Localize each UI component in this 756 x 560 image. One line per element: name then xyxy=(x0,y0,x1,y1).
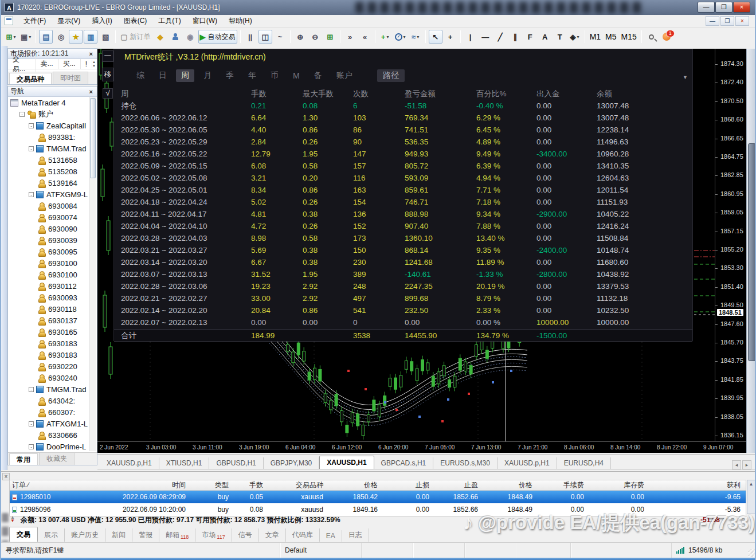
terminal-tab-账户历史[interactable]: 账户历史 xyxy=(65,528,105,542)
menu-item-4[interactable]: 工具(T) xyxy=(152,14,186,28)
community-button[interactable] xyxy=(169,30,182,44)
expander-icon[interactable]: - xyxy=(29,421,34,426)
stats-row-8[interactable]: 2022.04.18 ~ 2022.04.245.020.26154746.71… xyxy=(114,196,692,208)
notifications-button[interactable]: 1 xyxy=(660,30,673,44)
market-watch-column-2[interactable]: 买... xyxy=(58,59,81,69)
crosshair-button[interactable]: + xyxy=(444,30,457,44)
zoom-in-button[interactable]: ⊕ xyxy=(293,30,307,44)
line-chart-button[interactable]: ~ xyxy=(273,30,287,44)
chart-tab-XAUUSD.p,H1[interactable]: XAUUSD.p,H1 xyxy=(498,457,557,469)
stats-path-button[interactable]: 路径 xyxy=(377,69,405,82)
menu-item-6[interactable]: 帮助(H) xyxy=(223,14,258,28)
terminal-tab-警报[interactable]: 警报 xyxy=(132,528,159,542)
orders-header-0[interactable]: 订单 ∕ xyxy=(10,480,76,490)
terminal-toggle[interactable]: ▥ xyxy=(84,30,97,44)
tab-scroll-right-icon[interactable]: ▸ xyxy=(742,460,751,469)
stats-row-16[interactable]: 2022.02.21 ~ 2022.02.2733.002.92497899.6… xyxy=(114,292,692,304)
stats-tab-综[interactable]: 综 xyxy=(131,69,150,82)
tree-item-6930100[interactable]: 6930100 xyxy=(8,257,89,269)
tile-windows-button[interactable]: ⊞ xyxy=(323,30,337,44)
stats-minimize-button[interactable]: 一 xyxy=(102,50,113,62)
stats-row-5[interactable]: 2022.05.09 ~ 2022.05.156.080.58157805.72… xyxy=(114,160,692,172)
tree-item-6930093[interactable]: 6930093 xyxy=(8,292,89,303)
chart-tab-GBPUSD,H1[interactable]: GBPUSD,H1 xyxy=(209,457,263,469)
stats-move-button[interactable]: 移 xyxy=(102,68,113,81)
autotrading-button[interactable]: ▶自动交易 xyxy=(198,30,237,44)
orders-header-9[interactable]: 手续费 xyxy=(537,480,589,490)
sidebar-splitter[interactable] xyxy=(1,46,7,470)
expander-icon[interactable]: - xyxy=(19,112,25,117)
navigator-toggle[interactable]: ★ xyxy=(69,30,83,44)
indicators-button[interactable]: +▾ xyxy=(378,30,392,44)
new-order-button[interactable]: ▢新订单 xyxy=(119,30,152,44)
status-profile[interactable]: Default xyxy=(280,543,362,558)
chart-tab-GBPCAD.s,H1[interactable]: GBPCAD.s,H1 xyxy=(374,457,434,469)
orders-scrollbar[interactable]: ▲ xyxy=(747,480,755,514)
market-watch-spinner[interactable]: ▲▼ xyxy=(92,60,97,68)
tree-item-6930165[interactable]: 6930165 xyxy=(8,326,89,338)
mdi-close-button[interactable]: × xyxy=(735,16,749,26)
stats-row-2[interactable]: 2022.05.30 ~ 2022.06.054.400.8686741.516… xyxy=(114,124,692,136)
stats-row-17[interactable]: 2022.02.14 ~ 2022.02.2020.840.86541232.5… xyxy=(114,304,692,316)
orders-header-3[interactable]: 手数 xyxy=(233,480,268,490)
terminal-tab-交易[interactable]: 交易 xyxy=(9,527,38,542)
stats-tab-月[interactable]: 月 xyxy=(198,69,217,82)
menu-item-1[interactable]: 显示(V) xyxy=(52,14,86,28)
stats-row-9[interactable]: 2022.04.11 ~ 2022.04.174.810.38136888.98… xyxy=(114,208,692,220)
terminal-tab-日志[interactable]: 日志 xyxy=(342,528,369,542)
chart-vertical-scrollbar[interactable] xyxy=(746,49,756,453)
period-m15-button[interactable]: M15 xyxy=(620,30,639,44)
tree-item-643042:[interactable]: 643042: xyxy=(8,395,89,406)
search-button[interactable] xyxy=(645,30,659,44)
stats-row-1[interactable]: 2022.06.06 ~ 2022.06.126.641.30103769.34… xyxy=(114,112,692,124)
tree-item-MetaTrader 4[interactable]: MetaTrader 4 xyxy=(8,97,89,108)
tree-item-660307:[interactable]: 660307: xyxy=(8,406,89,418)
tree-item-5131658[interactable]: 5131658 xyxy=(8,154,89,166)
market-watch-tab-即时图[interactable]: 即时图 xyxy=(53,72,88,84)
fibonacci-button[interactable]: F xyxy=(523,30,537,44)
new-chart-button[interactable]: ⊞▾ xyxy=(4,30,18,44)
tree-item-6930084[interactable]: 6930084 xyxy=(8,200,89,212)
menu-item-0[interactable]: 文件(F) xyxy=(18,14,52,28)
tree-item-5135208[interactable]: 5135208 xyxy=(8,166,89,177)
shapes-button[interactable]: ◈▾ xyxy=(568,30,582,44)
maximize-button[interactable]: ❐ xyxy=(715,2,733,13)
stats-row-10[interactable]: 2022.04.04 ~ 2022.04.104.720.26152907.40… xyxy=(114,220,692,232)
terminal-tab-EA[interactable]: EA xyxy=(320,530,342,542)
text-button[interactable]: A xyxy=(538,30,552,44)
tree-item-6930100[interactable]: 6930100 xyxy=(8,269,89,280)
expander-icon[interactable]: - xyxy=(29,123,34,128)
tree-item-ATFXGM9-L[interactable]: -ATFXGM9-L xyxy=(8,189,89,200)
scrollbar-thumb[interactable] xyxy=(748,143,756,361)
minimize-button[interactable]: — xyxy=(698,2,715,13)
stats-row-14[interactable]: 2022.03.07 ~ 2022.03.1331.521.95389-140.… xyxy=(114,268,692,280)
tree-item-6930095[interactable]: 6930095 xyxy=(8,246,89,257)
expander-icon[interactable]: - xyxy=(29,387,34,392)
stats-tab-周[interactable]: 周 xyxy=(176,69,194,82)
stats-row-3[interactable]: 2022.05.23 ~ 2022.05.292.840.2690536.354… xyxy=(114,136,692,148)
tree-item-5139164[interactable]: 5139164 xyxy=(8,177,89,189)
tree-item-TMGM.Trad[interactable]: -TMGM.Trad xyxy=(8,143,89,154)
market-watch-tab-交易品种[interactable]: 交易品种 xyxy=(9,73,52,84)
orders-header-6[interactable]: 止损 xyxy=(382,480,434,490)
tree-item-账户[interactable]: -账户 xyxy=(8,108,89,120)
menu-item-5[interactable]: 窗口(W) xyxy=(187,14,223,28)
terminal-tab-信号[interactable]: 信号 xyxy=(232,528,259,542)
market-watch-close-icon[interactable]: × xyxy=(88,50,95,57)
expander-icon[interactable]: - xyxy=(29,444,34,449)
stats-row-15[interactable]: 2022.02.28 ~ 2022.03.0619.232.922482247.… xyxy=(114,280,692,292)
close-button[interactable]: × xyxy=(733,2,750,13)
autoscroll-button[interactable]: » xyxy=(343,30,357,44)
stats-row-18[interactable]: 2022.02.07 ~ 2022.02.130.000.0000.000.00… xyxy=(114,316,692,328)
chart-tab-GBPJPY,M30[interactable]: GBPJPY,M30 xyxy=(264,457,319,469)
mdi-minimize-button[interactable]: — xyxy=(706,16,719,26)
market-watch-column-1[interactable]: 卖... xyxy=(36,59,58,69)
resize-grip[interactable] xyxy=(749,549,756,557)
stats-row-4[interactable]: 2022.05.16 ~ 2022.05.2212.791.95147949.9… xyxy=(114,148,692,160)
tree-item-DooPrime-L[interactable]: -DooPrime-L xyxy=(8,441,89,451)
stats-tab-日[interactable]: 日 xyxy=(154,69,172,82)
trendline-button[interactable]: ╱ xyxy=(493,30,507,44)
chart-tab-XTIUSD,H1[interactable]: XTIUSD,H1 xyxy=(159,457,210,469)
market-watch-column-0[interactable]: 交易... xyxy=(8,54,36,74)
orders-header-7[interactable]: 止盈 xyxy=(434,480,483,490)
